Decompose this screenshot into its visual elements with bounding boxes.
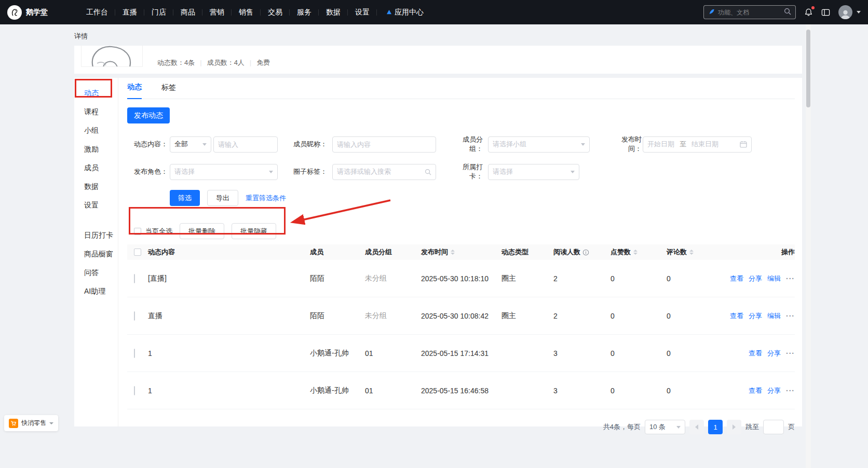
view-link[interactable]: 查看 <box>730 274 743 283</box>
col-operations: 操作 <box>781 247 795 257</box>
global-search[interactable] <box>703 5 796 19</box>
cell-group: 01 <box>365 387 421 395</box>
chevron-down-icon <box>676 426 681 429</box>
sidebar-item-members[interactable]: 成员 <box>74 159 118 177</box>
view-link[interactable]: 查看 <box>749 349 762 358</box>
nav-item-settings[interactable]: 设置 <box>348 8 377 17</box>
page-size-select[interactable]: 10 条 <box>645 420 685 434</box>
share-link[interactable]: 分享 <box>767 349 781 358</box>
content-keyword-input[interactable] <box>213 136 278 153</box>
nav-item-store[interactable]: 门店 <box>144 8 173 17</box>
jump-to-page-input[interactable] <box>763 420 784 434</box>
sidebar-item-calendar-checkin[interactable]: 日历打卡 <box>74 226 118 245</box>
col-likes-label: 点赞数 <box>611 247 631 257</box>
member-group-select[interactable]: 请选择小组 <box>488 136 590 153</box>
sidebar-item-courses[interactable]: 课程 <box>74 103 118 121</box>
publish-moment-button[interactable]: 发布动态 <box>127 107 170 123</box>
more-actions-icon[interactable]: ··· <box>786 387 795 395</box>
row-checkbox[interactable] <box>134 349 135 358</box>
sidebar-item-settings[interactable]: 设置 <box>74 196 118 215</box>
sidebar-item-data[interactable]: 数据 <box>74 177 118 196</box>
col-comments-sortable[interactable]: 评论数 <box>667 247 729 257</box>
col-comments-label: 评论数 <box>667 247 687 257</box>
current-page-button[interactable]: 1 <box>708 420 723 434</box>
col-time-sortable[interactable]: 发布时间 <box>421 247 501 257</box>
member-nickname-input[interactable] <box>332 136 436 153</box>
row-checkbox[interactable] <box>134 386 135 395</box>
sidebar-item-ai-assistant[interactable]: AI助理 <box>74 282 118 301</box>
view-link[interactable]: 查看 <box>749 386 762 395</box>
scrollbar-thumb[interactable] <box>806 30 810 107</box>
tab-moments[interactable]: 动态 <box>127 82 142 99</box>
table-header: 动态内容 成员 成员分组 发布时间 动态类型 阅读人数 <box>127 244 795 260</box>
header-checkbox[interactable] <box>134 249 141 256</box>
row-checkbox[interactable] <box>134 274 135 283</box>
prev-page-button[interactable] <box>689 420 704 434</box>
info-icon[interactable] <box>582 249 589 256</box>
top-navbar: 鹅学堂 工作台 直播 门店 商品 营销 销售 交易 服务 数据 设置 应用中心 <box>0 0 868 24</box>
nav-item-goods[interactable]: 商品 <box>173 8 202 17</box>
cell-type: 圈主 <box>501 311 553 321</box>
nav-item-sales[interactable]: 销售 <box>232 8 261 17</box>
chevron-down-icon <box>49 422 53 424</box>
scrollbar-track[interactable] <box>806 24 811 468</box>
workspace-panel-icon[interactable] <box>821 8 830 17</box>
member-group-placeholder: 请选择小组 <box>493 140 578 149</box>
row-checkbox[interactable] <box>134 311 135 321</box>
content-tabs: 动态 标签 <box>127 78 795 99</box>
export-button[interactable]: 导出 <box>207 190 238 206</box>
industry-switcher[interactable]: 快消零售 <box>4 415 58 431</box>
share-link[interactable]: 分享 <box>749 311 762 321</box>
content-type-select[interactable]: 全部 <box>170 136 211 153</box>
col-likes-sortable[interactable]: 点赞数 <box>611 247 667 257</box>
content-type-value: 全部 <box>174 140 199 149</box>
more-actions-icon[interactable]: ··· <box>786 312 795 320</box>
sidebar-item-incentive[interactable]: 激励 <box>74 140 118 159</box>
share-link[interactable]: 分享 <box>767 386 781 395</box>
batch-hide-button[interactable]: 批量隐藏 <box>232 223 276 239</box>
sidebar-item-shop-window[interactable]: 商品橱窗 <box>74 245 118 264</box>
more-actions-icon[interactable]: ··· <box>786 349 795 357</box>
sidebar-item-groups[interactable]: 小组 <box>74 121 118 140</box>
nav-item-app-center[interactable]: 应用中心 <box>379 8 431 17</box>
nav-item-data[interactable]: 数据 <box>319 8 348 17</box>
more-actions-icon[interactable]: ··· <box>786 274 795 283</box>
tab-labels[interactable]: 标签 <box>161 83 176 99</box>
nav-item-workbench[interactable]: 工作台 <box>79 8 115 17</box>
sidebar-item-moments[interactable]: 动态 <box>74 84 118 103</box>
content-keyword-field[interactable] <box>218 141 273 148</box>
global-search-input[interactable] <box>718 9 781 16</box>
batch-delete-button[interactable]: 批量删除 <box>180 223 224 239</box>
cell-group: 01 <box>365 349 421 357</box>
chevron-down-icon <box>581 143 585 146</box>
reset-filters-link[interactable]: 重置筛选条件 <box>246 194 286 203</box>
member-nickname-field[interactable] <box>337 141 431 148</box>
next-page-button[interactable] <box>727 420 741 434</box>
content-area: 动态 标签 发布动态 动态内容： 全部 成员昵称： <box>118 78 802 426</box>
chevron-down-icon <box>202 143 207 146</box>
avatar-chevron-down-icon[interactable] <box>857 11 861 13</box>
filter-button[interactable]: 筛选 <box>170 190 200 206</box>
select-all-checkbox[interactable] <box>134 228 141 235</box>
nav-item-marketing[interactable]: 营销 <box>202 8 232 17</box>
checkin-select[interactable]: 请选择 <box>488 164 579 180</box>
share-link[interactable]: 分享 <box>749 274 762 283</box>
cell-comments: 0 <box>667 349 729 357</box>
user-avatar[interactable] <box>838 5 852 19</box>
sidebar-item-qa[interactable]: 问答 <box>74 264 118 282</box>
view-link[interactable]: 查看 <box>730 311 743 321</box>
col-member: 成员 <box>310 247 365 257</box>
edit-link[interactable]: 编辑 <box>767 274 781 283</box>
notifications-bell-icon[interactable] <box>804 8 813 17</box>
start-date-placeholder: 开始日期 <box>647 140 674 149</box>
nav-item-live[interactable]: 直播 <box>115 8 144 17</box>
chevron-down-icon <box>571 171 575 173</box>
publish-role-select[interactable]: 请选择 <box>170 164 278 180</box>
notification-badge <box>811 6 815 9</box>
edit-link[interactable]: 编辑 <box>767 311 781 321</box>
publish-time-range-picker[interactable]: 开始日期 至 结束日期 <box>643 136 752 153</box>
search-icon[interactable] <box>784 8 791 17</box>
circle-tag-search-select[interactable]: 请选择或输入搜索 <box>332 164 436 180</box>
nav-item-trade[interactable]: 交易 <box>261 8 290 17</box>
nav-item-service[interactable]: 服务 <box>290 8 319 17</box>
